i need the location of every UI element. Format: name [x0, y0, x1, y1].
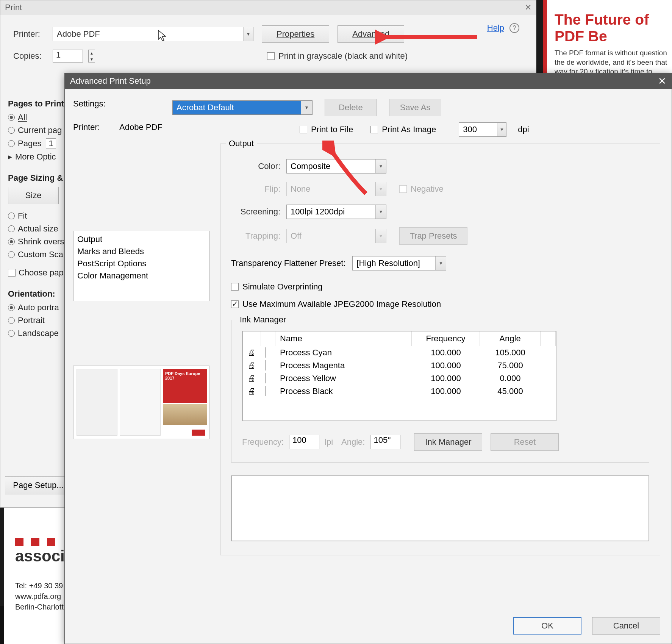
size-button[interactable]: Size: [8, 187, 59, 204]
ink-table: Name Frequency Angle 🖨 Process Cyan 100.…: [242, 331, 556, 421]
angle-label: Angle:: [341, 437, 365, 447]
adv-left-panel: Settings: Printer: Adobe PDF Output Mark…: [65, 89, 220, 644]
ink-manager-button[interactable]: Ink Manager: [414, 433, 482, 451]
chevron-down-icon: ▼: [375, 229, 386, 243]
trap-presets-button[interactable]: Trap Presets: [399, 227, 467, 245]
page-setup-button[interactable]: Page Setup...: [5, 476, 72, 494]
adv-printer-value: Adobe PDF: [119, 122, 163, 132]
options-listbox[interactable]: Output Marks and Bleeds PostScript Optio…: [73, 231, 209, 301]
copies-label: Copies:: [13, 51, 47, 61]
ink-freq: 100.000: [412, 359, 480, 372]
printer-select[interactable]: Adobe PDF ▼: [53, 27, 253, 41]
print-left-panel: Pages to Print All Current pag Pages 1 ▶…: [8, 91, 69, 341]
close-icon[interactable]: ✕: [658, 75, 666, 87]
copies-spinner[interactable]: ▲▼: [88, 50, 95, 63]
dpi-label: dpi: [518, 125, 529, 134]
negative-label: Negative: [411, 184, 444, 194]
ink-angle: 0.000: [480, 372, 541, 385]
table-row[interactable]: 🖨 Process Yellow 100.000 0.000: [243, 372, 556, 385]
save-as-button[interactable]: Save As: [389, 99, 441, 116]
settings-label: Settings:: [73, 99, 113, 109]
radio-all[interactable]: All: [8, 113, 69, 122]
printer-icon: 🖨: [247, 361, 256, 370]
list-item[interactable]: Marks and Bleeds: [77, 245, 205, 258]
cancel-button[interactable]: Cancel: [592, 617, 660, 635]
table-row[interactable]: 🖨 Process Magenta 100.000 75.000: [243, 359, 556, 372]
print-titlebar: Print ✕: [0, 0, 536, 15]
ink-head-angle: Angle: [480, 331, 541, 346]
printer-label: Printer:: [13, 29, 47, 39]
ink-freq: 100.000: [412, 346, 480, 359]
preview-red-title: PDF Days Europe 2017: [163, 369, 207, 403]
print-to-file-label: Print to File: [311, 125, 353, 134]
sizing-header: Page Sizing &: [8, 173, 69, 183]
flip-value: None: [291, 184, 311, 194]
flattener-value: [High Resolution]: [356, 258, 420, 268]
print-title-label: Print: [5, 3, 22, 13]
radio-current[interactable]: Current pag: [8, 125, 69, 135]
more-options[interactable]: ▶More Optic: [8, 152, 69, 162]
simulate-overprinting-checkbox[interactable]: [231, 283, 239, 291]
printer-icon: 🖨: [247, 386, 256, 396]
output-fieldset: Output Color: Composite ▼ Flip: None ▼: [220, 144, 660, 555]
grayscale-checkbox[interactable]: [267, 52, 275, 60]
radio-fit[interactable]: Fit: [8, 211, 69, 221]
color-swatch: [266, 373, 266, 383]
bg-heading: The Future of PDF Be: [555, 11, 672, 45]
reset-button[interactable]: Reset: [491, 433, 559, 451]
table-row[interactable]: 🖨 Process Black 100.000 45.000: [243, 385, 556, 398]
delete-button[interactable]: Delete: [325, 99, 377, 116]
ink-freq: 100.000: [412, 372, 480, 385]
grayscale-label: Print in grayscale (black and white): [278, 51, 408, 61]
advanced-print-setup-dialog: Advanced Print Setup ✕ Settings: Printer…: [64, 73, 672, 644]
radio-portrait[interactable]: Portrait: [8, 316, 69, 325]
background-document: The Future of PDF Be The PDF format is w…: [543, 0, 672, 76]
printer-icon: 🖨: [247, 348, 256, 357]
chevron-down-icon: ▼: [301, 101, 312, 114]
copies-input[interactable]: 1: [53, 50, 83, 63]
list-item[interactable]: Color Management: [77, 270, 205, 282]
color-swatch: [266, 386, 266, 396]
ink-manager-fieldset: Ink Manager Name Frequency Angle 🖨 Proce…: [231, 320, 649, 463]
jpeg2000-checkbox[interactable]: [231, 300, 239, 308]
radio-actual[interactable]: Actual size: [8, 224, 69, 234]
flattener-select[interactable]: [High Resolution] ▼: [352, 256, 446, 270]
ink-name: Process Yellow: [275, 372, 412, 385]
printer-value: Adobe PDF: [57, 29, 100, 39]
help-icon[interactable]: ?: [509, 23, 519, 33]
print-as-image-checkbox[interactable]: [370, 126, 378, 133]
properties-button[interactable]: Properties: [262, 25, 329, 43]
trapping-select: Off ▼: [286, 229, 386, 243]
radio-custom[interactable]: Custom Sca: [8, 250, 69, 259]
jpeg2000-label: Use Maximum Available JPEG2000 Image Res…: [242, 299, 441, 309]
ok-button[interactable]: OK: [513, 617, 581, 635]
print-preview: PDF Days Europe 2017: [73, 366, 209, 439]
ink-head-freq: Frequency: [412, 331, 480, 346]
table-row[interactable]: 🖨 Process Cyan 100.000 105.000: [243, 346, 556, 359]
settings-select[interactable]: Acrobat Default ▼: [172, 100, 313, 115]
adv-title-label: Advanced Print Setup: [70, 76, 151, 86]
choose-paper-checkbox[interactable]: Choose pap: [8, 268, 69, 278]
angle-input[interactable]: 105°: [370, 435, 400, 449]
dpi-input[interactable]: 300 ▼: [459, 122, 506, 137]
print-to-file-checkbox[interactable]: [300, 126, 307, 133]
color-swatch: [266, 360, 266, 370]
close-icon[interactable]: ✕: [525, 3, 531, 13]
annotation-arrow-1: [375, 30, 481, 45]
color-swatch: [266, 347, 266, 358]
list-item[interactable]: Output: [77, 233, 205, 245]
orient-header: Orientation:: [8, 289, 69, 299]
flattener-label: Transparency Flattener Preset:: [231, 258, 345, 268]
radio-shrink[interactable]: Shrink overs: [8, 237, 69, 247]
list-item[interactable]: PostScript Options: [77, 258, 205, 270]
trapping-label: Trapping:: [231, 231, 280, 241]
radio-pages[interactable]: Pages 1: [8, 138, 69, 149]
ink-angle: 75.000: [480, 359, 541, 372]
help-link[interactable]: Help: [487, 23, 504, 33]
cursor-icon: [157, 30, 168, 45]
adv-right-panel: Acrobat Default ▼ Delete Save As Print t…: [220, 89, 672, 644]
radio-auto[interactable]: Auto portra: [8, 303, 69, 313]
ink-name: Process Magenta: [275, 359, 412, 372]
frequency-input[interactable]: 100: [289, 435, 319, 449]
radio-landscape[interactable]: Landscape: [8, 328, 69, 338]
